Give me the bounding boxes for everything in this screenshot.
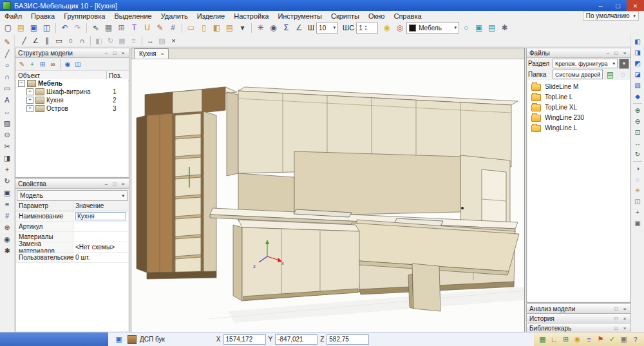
panel-tool-icon[interactable]: ▭	[185, 22, 197, 34]
dimension-icon[interactable]: #	[167, 22, 179, 34]
property-row-article[interactable]: Артикул	[16, 222, 128, 232]
menu-settings[interactable]: Настройка	[229, 12, 273, 20]
tab-close-icon[interactable]: ×	[161, 51, 164, 57]
display-icon[interactable]: ▣	[473, 22, 485, 34]
new-file-icon[interactable]: ▢	[2, 22, 14, 34]
gear-icon[interactable]: ✱	[1, 245, 13, 256]
open-folder-icon[interactable]: ▤	[15, 22, 27, 34]
circle-tool-icon[interactable]: ○	[1, 59, 13, 71]
panel-float-icon[interactable]: □	[613, 316, 620, 322]
grid-toggle-icon[interactable]: ⊞	[560, 334, 571, 345]
model-edit-icon[interactable]: ✎	[17, 59, 27, 70]
axes-icon[interactable]: +	[632, 207, 643, 218]
column-pos[interactable]: Поз.	[107, 72, 129, 79]
sum-icon[interactable]: Σ	[280, 22, 292, 34]
menu-window[interactable]: Окно	[364, 12, 390, 20]
current-material[interactable]: ▣ ДСП бук	[108, 334, 170, 345]
board-tool-icon[interactable]: ▯	[198, 22, 210, 34]
tree-item-kitchen[interactable]: + Кухня 2	[16, 96, 128, 104]
tall-cabinet[interactable]	[137, 87, 237, 279]
eye-icon[interactable]: ◉	[1, 233, 13, 245]
view-front-icon[interactable]: ◧	[632, 36, 643, 47]
file-item[interactable]: SlideLine M	[527, 81, 630, 91]
cabinet-tool-icon[interactable]: ◧	[211, 22, 223, 34]
spinner[interactable]: ▴ ▾	[365, 24, 367, 31]
filter-button[interactable]: ▼	[619, 59, 629, 69]
tree-item-showcase[interactable]: + Шкаф-витрина 1	[16, 88, 128, 96]
line-icon[interactable]: ╱	[19, 35, 30, 46]
file-item[interactable]: TopLine XL	[527, 102, 630, 112]
help-icon[interactable]: ?	[630, 334, 641, 345]
shaded-icon[interactable]: ◑	[632, 163, 643, 174]
panel-float-icon[interactable]: □	[111, 50, 118, 56]
drill-icon[interactable]: ◉	[267, 22, 279, 34]
model-scheme-icon[interactable]: ⊞	[37, 59, 48, 70]
panel-minimize-icon[interactable]: –	[103, 50, 109, 56]
model-view-icon[interactable]: ◉	[62, 59, 73, 70]
lamp-icon[interactable]: ◉	[381, 22, 393, 34]
line-tool-icon[interactable]: ╱	[1, 48, 13, 59]
menu-file[interactable]: Файл	[0, 12, 26, 20]
furniture-combo[interactable]: Мебель ▾	[406, 22, 459, 34]
model-link-icon[interactable]: ∞	[48, 59, 58, 70]
hatch-tool-icon[interactable]: ▨	[1, 117, 13, 129]
menu-scripts[interactable]: Скрипты	[327, 12, 364, 20]
view-right-icon[interactable]: ◪	[632, 69, 643, 80]
width-input[interactable]: 10 ▾	[316, 23, 338, 34]
view-top-icon[interactable]: ▤	[632, 80, 643, 91]
angle-icon[interactable]: ∠	[293, 22, 305, 34]
layer-set-icon[interactable]: ▤	[486, 22, 498, 34]
arc-icon[interactable]: ∩	[77, 35, 88, 46]
circle-icon[interactable]: ○	[65, 35, 76, 46]
column-object[interactable]: Объект	[15, 71, 107, 80]
panel-close-icon[interactable]: ×	[120, 50, 126, 56]
dim-tool-icon[interactable]: ↔	[1, 106, 13, 117]
fastener-icon[interactable]: ✳	[254, 22, 267, 34]
node-icon[interactable]: ⊙	[1, 129, 13, 140]
menu-selection[interactable]: Выделение	[109, 12, 156, 20]
layers-icon[interactable]: ≡	[583, 334, 594, 345]
menu-edit[interactable]: Правка	[26, 12, 59, 20]
panel-float-icon[interactable]: □	[613, 50, 620, 56]
settings-icon[interactable]: ✱	[498, 22, 511, 34]
flag-icon[interactable]: ⚑	[595, 334, 606, 345]
expander-icon[interactable]: −	[18, 80, 25, 87]
search-icon[interactable]: ◌	[617, 68, 629, 81]
file-item[interactable]: WingLine 230	[527, 112, 630, 122]
panel-close-icon[interactable]: ×	[621, 50, 628, 56]
spin-down-icon[interactable]: ▾	[365, 28, 367, 31]
property-row-custom[interactable]: Пользовательские 0 шт.	[16, 253, 128, 263]
draw-icon[interactable]: ✎	[1, 36, 13, 48]
panel-minimize-icon[interactable]: –	[103, 181, 109, 187]
select-icon[interactable]: ⇖	[90, 22, 102, 34]
camera-icon[interactable]: ▣	[632, 218, 643, 229]
dropdown-icon[interactable]: ▾	[602, 72, 603, 77]
section-combo[interactable]: Крепеж, фурнитура ▾	[553, 59, 618, 68]
menu-product[interactable]: Изделие	[193, 12, 230, 20]
properties-scope-combo[interactable]: Модель ▾	[17, 190, 128, 201]
file-item[interactable]: TopLine L	[527, 91, 630, 102]
parallel-icon[interactable]: ∥	[42, 35, 53, 46]
panel-close-icon[interactable]: ×	[621, 306, 628, 312]
window-maximize-button[interactable]: □	[609, 0, 627, 11]
panel-minimize-icon[interactable]: –	[605, 50, 611, 56]
rect-tool-icon[interactable]: ▭	[1, 82, 13, 94]
panel-close-icon[interactable]: ×	[621, 325, 628, 331]
arc-tool-icon[interactable]: ∩	[1, 71, 13, 82]
zoom-icon[interactable]: ○	[460, 22, 472, 34]
text-tool-icon[interactable]: T	[128, 22, 140, 34]
trim-icon[interactable]: ✂	[1, 140, 13, 152]
zoom-in-icon[interactable]: ⊕	[632, 105, 643, 116]
orbit-icon[interactable]: ↻	[632, 149, 643, 160]
panel-float-icon[interactable]: □	[613, 325, 620, 331]
wireframe-icon[interactable]: ◌	[632, 174, 643, 185]
undo-icon[interactable]: ↶	[59, 22, 71, 34]
expander-icon[interactable]: +	[26, 97, 33, 104]
pin-icon[interactable]: ◎	[393, 22, 406, 34]
pan-icon[interactable]: ↔	[632, 138, 643, 149]
polyline-icon[interactable]: ∠	[30, 35, 41, 46]
ortho-icon[interactable]: ∟	[549, 334, 560, 345]
zoom-all-icon[interactable]: ⊡	[632, 127, 643, 138]
menu-tools[interactable]: Инструменты	[273, 12, 327, 20]
panel-float-icon[interactable]: □	[111, 181, 118, 187]
